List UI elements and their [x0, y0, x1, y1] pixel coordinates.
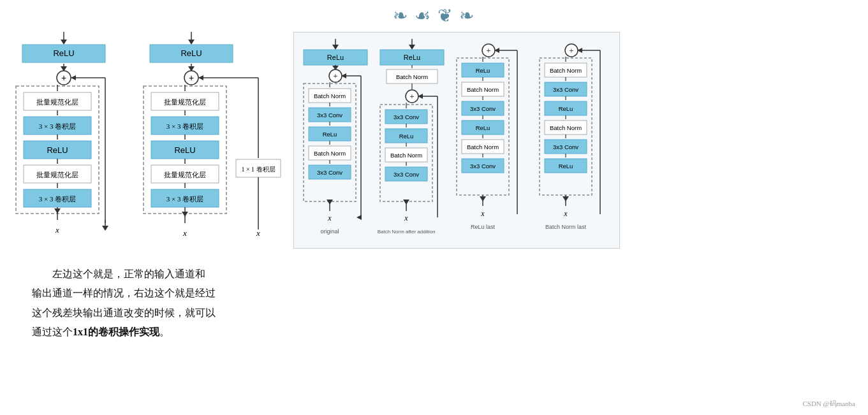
top-ornament: ❧ ☙ ❦ ❧: [0, 0, 868, 29]
svg-text:3 × 3 卷积层: 3 × 3 卷积层: [39, 195, 76, 203]
svg-text:3x3 Conv: 3x3 Conv: [553, 86, 578, 93]
variant-relu-last: + ReLu Batch Norm 3x3 Conv: [453, 39, 530, 237]
svg-text:x: x: [404, 214, 408, 222]
svg-text:Batch Norm: Batch Norm: [550, 124, 582, 131]
svg-text:3 × 3 卷积层: 3 × 3 卷积层: [39, 122, 76, 130]
text-content: 左边这个就是，正常的输入通道和 输出通道一样的情况，右边这个就是经过 这个残差块…: [32, 265, 223, 342]
svg-marker-96: [357, 215, 362, 220]
svg-text:x: x: [256, 228, 260, 238]
svg-text:3x3 Conv: 3x3 Conv: [470, 105, 496, 112]
svg-text:ReLu: ReLu: [404, 54, 420, 61]
svg-text:Batch Norm after addition: Batch Norm after addition: [378, 229, 436, 235]
right-variants: ReLu + Batch Norm: [293, 32, 620, 249]
diagram-1-svg: ReLU + 批量规范化层: [10, 32, 118, 249]
svg-marker-33: [188, 40, 195, 45]
svg-text:+: +: [333, 71, 337, 81]
svg-text:ReLu: ReLu: [476, 124, 490, 131]
svg-marker-9: [71, 75, 76, 80]
svg-text:ReLu: ReLu: [559, 105, 573, 112]
diagram-2: ReLU + 1 × 1 卷积层: [137, 32, 284, 249]
svg-text:+: +: [409, 92, 414, 101]
svg-text:批量规范化层: 批量规范化层: [164, 171, 206, 178]
svg-text:Batch Norm: Batch Norm: [390, 152, 422, 159]
svg-marker-1: [61, 40, 67, 45]
svg-text:Batch Norm: Batch Norm: [550, 67, 582, 74]
svg-text:ReLU: ReLU: [174, 145, 195, 155]
svg-text:Batch Norm: Batch Norm: [467, 86, 499, 93]
text-section: 左边这个就是，正常的输入通道和 输出通道一样的情况，右边这个就是经过 这个残差块…: [0, 252, 242, 349]
svg-text:3x3 Conv: 3x3 Conv: [317, 112, 342, 119]
svg-marker-29: [54, 208, 61, 214]
svg-text:3x3 Conv: 3x3 Conv: [317, 169, 342, 176]
svg-text:+: +: [189, 73, 194, 83]
diagram-1: ReLU + 批量规范化层: [10, 32, 118, 249]
svg-text:+: +: [486, 46, 490, 55]
svg-marker-154: [480, 196, 486, 201]
svg-text:x: x: [55, 225, 59, 235]
svg-text:Batch Norm last: Batch Norm last: [545, 224, 587, 230]
variant-2-svg: ReLu Batch Norm +: [377, 39, 447, 237]
page-container: ❧ ☙ ❦ ❧ ReLU +: [0, 0, 868, 415]
svg-text:批量规范化层: 批量规范化层: [36, 171, 78, 178]
svg-text:x: x: [327, 214, 332, 222]
svg-text:x: x: [480, 209, 485, 218]
svg-text:original: original: [320, 228, 339, 235]
svg-marker-94: [327, 200, 333, 205]
svg-text:ReLU: ReLU: [180, 48, 202, 58]
svg-text:3x3 Conv: 3x3 Conv: [394, 113, 419, 120]
left-diagrams: ReLU + 批量规范化层: [10, 32, 284, 249]
variant-original: ReLu + Batch Norm: [300, 39, 371, 237]
svg-text:Batch Norm: Batch Norm: [314, 92, 346, 99]
variant-bn-after-add: ReLu Batch Norm +: [377, 39, 447, 237]
svg-text:3x3 Conv: 3x3 Conv: [394, 171, 419, 178]
svg-text:1 × 1 卷积层: 1 × 1 卷积层: [241, 166, 275, 173]
svg-text:ReLu: ReLu: [476, 67, 490, 74]
svg-text:3x3 Conv: 3x3 Conv: [553, 143, 578, 150]
svg-text:3 × 3 卷积层: 3 × 3 卷积层: [166, 122, 203, 130]
svg-text:批量规范化层: 批量规范化层: [36, 98, 78, 106]
variant-4-svg: + Batch Norm 3x3 Conv ReLu: [536, 39, 613, 237]
svg-text:Batch Norm: Batch Norm: [314, 150, 346, 157]
svg-marker-67: [332, 45, 339, 50]
svg-text:ReLu: ReLu: [327, 54, 344, 61]
svg-text:批量规范化层: 批量规范化层: [164, 98, 206, 106]
svg-text:ReLu: ReLu: [323, 131, 337, 138]
svg-text:Batch Norm: Batch Norm: [467, 143, 499, 150]
svg-text:ReLu: ReLu: [559, 163, 573, 170]
svg-marker-63: [182, 212, 188, 217]
svg-text:3 × 3 卷积层: 3 × 3 卷积层: [166, 195, 203, 203]
csdn-watermark: CSDN @码manba: [802, 399, 855, 409]
variant-3-svg: + ReLu Batch Norm 3x3 Conv: [453, 39, 530, 237]
svg-text:+: +: [61, 73, 66, 83]
svg-text:ReLU: ReLU: [47, 145, 68, 155]
svg-text:ReLu: ReLu: [399, 133, 414, 140]
svg-marker-41: [198, 75, 203, 80]
svg-marker-11: [102, 226, 108, 231]
variant-1-svg: ReLu + Batch Norm: [300, 39, 371, 237]
svg-marker-100: [409, 45, 415, 50]
svg-text:ReLu last: ReLu last: [471, 224, 496, 230]
svg-text:x: x: [563, 209, 568, 218]
svg-text:x: x: [182, 228, 187, 238]
svg-text:3x3 Conv: 3x3 Conv: [470, 163, 496, 170]
diagram-2-svg: ReLU + 1 × 1 卷积层: [137, 32, 284, 249]
svg-text:+: +: [569, 46, 573, 55]
svg-marker-126: [403, 200, 409, 205]
svg-text:ReLU: ReLU: [53, 48, 74, 58]
svg-text:Batch Norm: Batch Norm: [396, 73, 428, 80]
variant-bn-last: + Batch Norm 3x3 Conv ReLu: [536, 39, 613, 237]
svg-marker-182: [563, 196, 569, 201]
